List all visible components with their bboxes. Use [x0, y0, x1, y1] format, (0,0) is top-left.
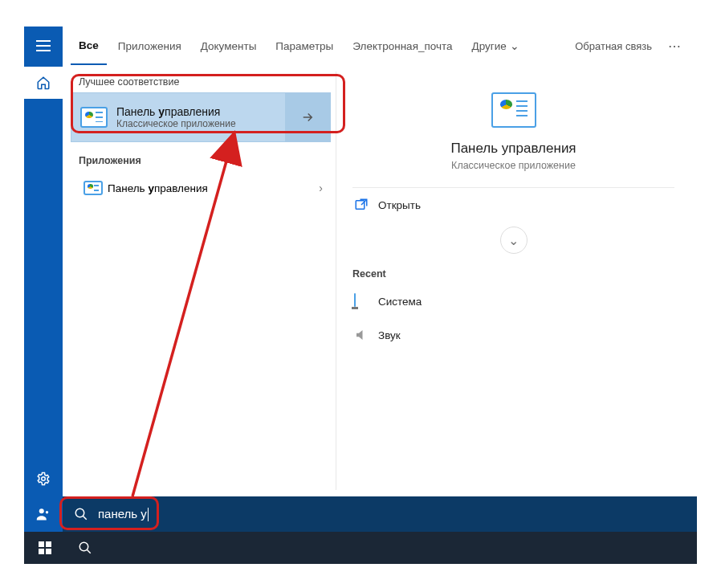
detail-subtitle: Классическое приложение	[451, 160, 576, 171]
recent-label: Recent	[352, 268, 674, 280]
tab-apps[interactable]: Приложения	[110, 27, 189, 65]
taskbar	[24, 532, 697, 564]
result-title: Панель управления	[116, 105, 285, 118]
search-icon	[74, 507, 88, 521]
best-match-result[interactable]: Панель управления Классическое приложени…	[71, 92, 331, 142]
more-options-icon[interactable]: ⋯	[662, 39, 689, 54]
result-subtitle: Классическое приложение	[116, 118, 285, 129]
section-apps: Приложения	[71, 150, 331, 171]
svg-rect-8	[46, 549, 51, 554]
svg-point-2	[46, 511, 48, 513]
category-tabs: Все Приложения Документы Параметры Элект…	[63, 27, 697, 65]
speaker-icon	[354, 328, 369, 342]
recent-item-label: Система	[378, 296, 422, 308]
open-action[interactable]: Открыть	[352, 188, 674, 222]
monitor-icon	[354, 294, 369, 308]
svg-rect-6	[46, 541, 51, 547]
svg-point-9	[79, 542, 88, 551]
tab-documents[interactable]: Документы	[193, 27, 265, 65]
open-icon	[354, 198, 369, 212]
detail-title: Панель управления	[450, 141, 576, 157]
home-icon[interactable]	[24, 67, 63, 99]
control-panel-icon	[71, 107, 116, 128]
arrow-right-icon[interactable]	[285, 93, 330, 141]
person-icon[interactable]	[24, 496, 63, 532]
detail-panel: Панель управления Классическое приложени…	[336, 71, 690, 490]
tab-other[interactable]: Другие ⌄	[464, 27, 528, 65]
tab-settings[interactable]: Параметры	[267, 27, 341, 65]
results-panel: Лучшее соответствие Панель управления Кл…	[63, 65, 336, 496]
control-panel-icon	[79, 181, 108, 195]
svg-rect-7	[39, 549, 44, 554]
chevron-right-icon[interactable]: ›	[319, 182, 323, 194]
tab-email[interactable]: Электронная_почта	[344, 27, 460, 65]
recent-item-label: Звук	[378, 329, 401, 341]
recent-item-system[interactable]: Система	[352, 284, 674, 318]
svg-rect-5	[39, 541, 44, 547]
hamburger-menu-icon[interactable]	[24, 27, 63, 65]
search-bar[interactable]: панель у	[63, 496, 697, 532]
control-panel-icon	[491, 92, 536, 128]
svg-point-0	[42, 477, 46, 481]
svg-point-1	[39, 508, 44, 513]
feedback-link[interactable]: Обратная связь	[568, 40, 658, 52]
svg-rect-3	[356, 201, 365, 210]
chevron-down-icon[interactable]: ⌄	[500, 227, 528, 254]
recent-item-sound[interactable]: Звук	[352, 318, 674, 352]
chevron-down-icon: ⌄	[510, 39, 519, 52]
result-title: Панель управления	[108, 182, 319, 194]
gear-icon[interactable]	[24, 461, 63, 496]
app-result[interactable]: Панель управления ›	[71, 171, 331, 205]
start-button[interactable]	[27, 532, 63, 564]
open-label: Открыть	[378, 199, 421, 211]
sidebar	[24, 27, 63, 532]
search-input[interactable]: панель у	[98, 507, 149, 522]
svg-point-4	[75, 508, 84, 517]
section-best-match: Лучшее соответствие	[71, 71, 331, 92]
tab-all[interactable]: Все	[71, 27, 107, 65]
taskbar-search-icon[interactable]	[67, 532, 103, 564]
